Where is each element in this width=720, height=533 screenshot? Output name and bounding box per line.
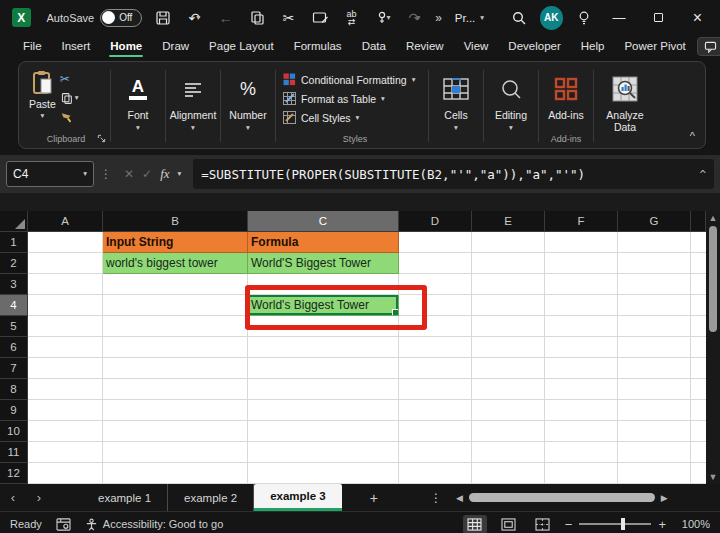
cell-g7[interactable] — [618, 358, 691, 379]
cell-g3[interactable] — [618, 274, 691, 295]
cell-a4[interactable] — [28, 295, 103, 316]
cell-f1[interactable] — [545, 232, 618, 253]
touch-mode-icon[interactable]: ▾ — [372, 7, 393, 29]
cell-b3[interactable] — [103, 274, 248, 295]
tab-data[interactable]: Data — [353, 37, 395, 56]
font-group[interactable]: A Font ▾ — [112, 66, 164, 146]
cell-d9[interactable] — [399, 400, 472, 421]
cell-d6[interactable] — [399, 337, 472, 358]
editing-group[interactable]: Editing ▾ — [485, 66, 537, 146]
normal-view-button[interactable] — [463, 515, 487, 533]
cell-f6[interactable] — [545, 337, 618, 358]
cell-c1[interactable]: Formula — [248, 232, 399, 253]
row-header-10[interactable]: 10 — [0, 421, 28, 442]
cell-g5[interactable] — [618, 316, 691, 337]
sheet-tab-example-3[interactable]: example 3 — [254, 484, 342, 511]
close-button[interactable]: × — [683, 5, 712, 31]
cell-d12[interactable] — [399, 463, 472, 484]
name-box[interactable]: C4 ▾ — [6, 161, 94, 187]
avatar[interactable]: AK — [540, 6, 563, 30]
horizontal-scroll-thumb[interactable] — [469, 493, 655, 502]
cell-a9[interactable] — [28, 400, 103, 421]
cell-a7[interactable] — [28, 358, 103, 379]
scroll-up-icon[interactable]: ▲ — [709, 213, 718, 223]
cell-styles-button[interactable]: Cell Styles ▾ — [283, 108, 359, 127]
email-icon[interactable] — [309, 7, 330, 29]
cell-b6[interactable] — [103, 337, 248, 358]
cell-a11[interactable] — [28, 442, 103, 463]
cell-e12[interactable] — [472, 463, 545, 484]
column-header-g[interactable]: G — [618, 211, 691, 232]
select-all-corner[interactable] — [0, 211, 28, 232]
horizontal-scrollbar[interactable]: ◀ ▶ — [456, 493, 720, 503]
tab-home[interactable]: Home — [101, 37, 151, 56]
column-header-d[interactable]: D — [399, 211, 472, 232]
zoom-slider[interactable] — [579, 523, 651, 525]
cell-b4[interactable] — [103, 295, 248, 316]
replace-ab-icon[interactable]: ab⇄ — [341, 7, 362, 29]
row-header-6[interactable]: 6 — [0, 337, 28, 358]
cut-button[interactable]: ✂ — [60, 72, 79, 86]
alignment-group[interactable]: Alignment ▾ — [167, 66, 219, 146]
cell-g11[interactable] — [618, 442, 691, 463]
column-header-a[interactable]: A — [28, 211, 103, 232]
column-header-e[interactable]: E — [472, 211, 545, 232]
cell-g10[interactable] — [618, 421, 691, 442]
quick-access-overflow-icon[interactable]: » — [435, 11, 441, 25]
cell-d1[interactable] — [399, 232, 472, 253]
tab-formulas[interactable]: Formulas — [285, 37, 351, 56]
cell-b1[interactable]: Input String — [103, 232, 248, 253]
cell-f11[interactable] — [545, 442, 618, 463]
cell-e1[interactable] — [472, 232, 545, 253]
cell-d2[interactable] — [399, 253, 472, 274]
tab-page-layout[interactable]: Page Layout — [200, 37, 283, 56]
cell-e11[interactable] — [472, 442, 545, 463]
zoom-out-button[interactable]: − — [565, 517, 573, 532]
cell-b9[interactable] — [103, 400, 248, 421]
cell-g8[interactable] — [618, 379, 691, 400]
number-group[interactable]: % Number ▾ — [222, 66, 274, 146]
cell-b12[interactable] — [103, 463, 248, 484]
cell-b10[interactable] — [103, 421, 248, 442]
cell-a8[interactable] — [28, 379, 103, 400]
column-header-c[interactable]: C — [248, 211, 399, 232]
cell-b7[interactable] — [103, 358, 248, 379]
cell-c8[interactable] — [248, 379, 399, 400]
cell-a12[interactable] — [28, 463, 103, 484]
cells-group[interactable]: Cells ▾ — [430, 66, 482, 146]
cell-e4[interactable] — [472, 295, 545, 316]
tab-help[interactable]: Help — [572, 37, 614, 56]
page-layout-view-button[interactable] — [497, 515, 521, 533]
row-header-1[interactable]: 1 — [0, 232, 28, 253]
addins-icon[interactable] — [553, 72, 579, 106]
cell-g6[interactable] — [618, 337, 691, 358]
cell-c6[interactable] — [248, 337, 399, 358]
page-break-preview-button[interactable] — [531, 515, 555, 533]
cell-e2[interactable] — [472, 253, 545, 274]
tab-insert[interactable]: Insert — [53, 37, 100, 56]
sheet-tab-example-1[interactable]: example 1 — [82, 484, 168, 511]
cell-a6[interactable] — [28, 337, 103, 358]
cell-a2[interactable] — [28, 253, 103, 274]
comments-button[interactable] — [697, 37, 720, 56]
cell-d11[interactable] — [399, 442, 472, 463]
undo-icon[interactable]: ↶▾ — [184, 7, 205, 29]
scroll-right-icon[interactable]: ▶ — [661, 493, 668, 503]
cell-f2[interactable] — [545, 253, 618, 274]
cell-e5[interactable] — [472, 316, 545, 337]
column-header-f[interactable]: F — [545, 211, 618, 232]
cell-e3[interactable] — [472, 274, 545, 295]
row-header-12[interactable]: 12 — [0, 463, 28, 484]
lightbulb-icon[interactable] — [573, 7, 594, 29]
cell-f12[interactable] — [545, 463, 618, 484]
accessibility-status[interactable]: Accessibility: Good to go — [85, 518, 223, 531]
row-header-5[interactable]: 5 — [0, 316, 28, 337]
cell-b5[interactable] — [103, 316, 248, 337]
cell-g1[interactable] — [618, 232, 691, 253]
expand-formula-bar-icon[interactable]: ^ — [693, 168, 706, 181]
sheet-options-icon[interactable]: ⋮ — [430, 491, 442, 505]
cell-b2[interactable]: world's biggest tower — [103, 253, 248, 274]
scroll-left-icon[interactable]: ◀ — [456, 493, 463, 503]
cell-a10[interactable] — [28, 421, 103, 442]
conditional-formatting-button[interactable]: Conditional Formatting ▾ — [283, 70, 415, 89]
